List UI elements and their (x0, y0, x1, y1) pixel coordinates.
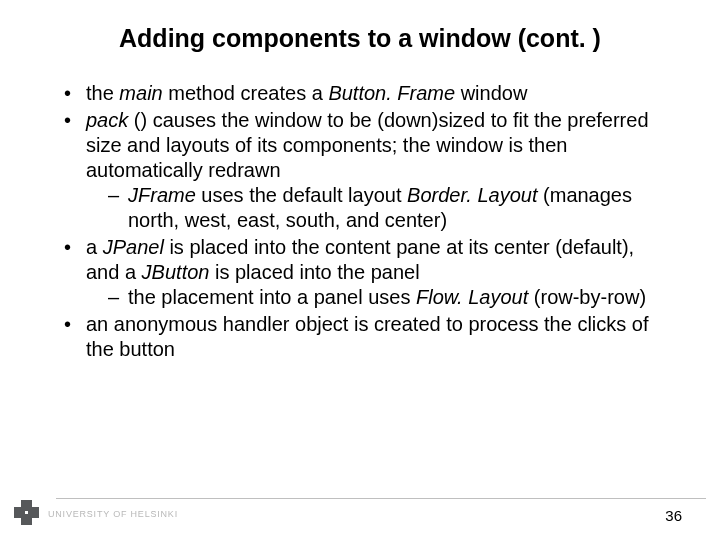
bullet-item: the main method creates a Button. Frame … (60, 81, 660, 106)
logo-square-icon (21, 514, 32, 525)
text: (row-by-row) (528, 286, 646, 308)
slide: Adding components to a window (cont. ) t… (0, 0, 720, 540)
text-italic: JPanel (103, 236, 164, 258)
bullet-list: the main method creates a Button. Frame … (60, 81, 660, 362)
text: a (86, 236, 103, 258)
text-italic: JButton (142, 261, 210, 283)
text: () causes the window to be (down)sized t… (86, 109, 649, 181)
footer: 36 UNIVERSITY OF HELSINKI (0, 494, 720, 528)
page-number: 36 (665, 507, 682, 524)
text-italic: Border. Layout (407, 184, 537, 206)
text-italic: pack (86, 109, 128, 131)
text: the placement into a panel uses (128, 286, 416, 308)
text-italic: main (119, 82, 162, 104)
text: method creates a (163, 82, 329, 104)
sub-list: JFrame uses the default layout Border. L… (86, 183, 660, 233)
text: an anonymous handler object is created t… (86, 313, 649, 360)
university-logo: UNIVERSITY OF HELSINKI (14, 500, 44, 528)
text: is placed into the panel (209, 261, 419, 283)
footer-divider (56, 498, 706, 499)
bullet-item: a JPanel is placed into the content pane… (60, 235, 660, 310)
text: the (86, 82, 119, 104)
sub-item: JFrame uses the default layout Border. L… (106, 183, 660, 233)
text-italic: Flow. Layout (416, 286, 528, 308)
slide-title: Adding components to a window (cont. ) (0, 0, 720, 61)
text: uses the default layout (196, 184, 407, 206)
bullet-item: an anonymous handler object is created t… (60, 312, 660, 362)
sub-list: the placement into a panel uses Flow. La… (86, 285, 660, 310)
text: window (455, 82, 527, 104)
bullet-item: pack () causes the window to be (down)si… (60, 108, 660, 233)
logo-text: UNIVERSITY OF HELSINKI (48, 509, 178, 519)
slide-body: the main method creates a Button. Frame … (0, 61, 720, 362)
text-italic: Button. Frame (328, 82, 455, 104)
sub-item: the placement into a panel uses Flow. La… (106, 285, 660, 310)
text-italic: JFrame (128, 184, 196, 206)
